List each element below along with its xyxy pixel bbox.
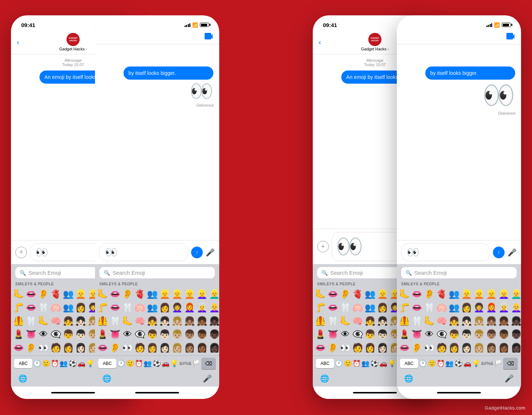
emoji-cell[interactable]: 👩 [75, 301, 87, 315]
emoji-cell[interactable]: 👄 [327, 288, 339, 301]
emoji-cell[interactable]: 🦷 [339, 301, 352, 315]
kb-flag-icon-4[interactable]: 🏳️ [494, 359, 502, 368]
emoji-cell[interactable]: 👩🏻 [376, 341, 389, 355]
kb-globe-icon-2[interactable]: 🌐 [102, 374, 111, 383]
emoji-cell[interactable]: 👁 [121, 328, 134, 341]
emoji-cell[interactable]: 👩‍🦱 [171, 301, 183, 315]
kb-globe-icon-3[interactable]: 🌐 [320, 374, 329, 383]
emoji-cell[interactable]: 🦺 [96, 315, 109, 328]
kb-soccer-icon-1[interactable]: ⚽ [69, 359, 77, 368]
emoji-cell[interactable]: 👁️‍🗨️ [134, 328, 146, 341]
kb-abc-key-4[interactable]: ABC [400, 359, 418, 368]
emoji-cell[interactable]: 🫀 [134, 288, 146, 301]
send-button-2[interactable]: ↑ [191, 247, 203, 258]
emoji-cell[interactable]: 👧🏻 [376, 315, 389, 328]
emoji-cell[interactable]: 👱‍♂️ [510, 288, 521, 301]
kb-car-icon-4[interactable]: 🚗 [463, 359, 471, 368]
emoji-cell[interactable]: 🫀 [50, 288, 62, 301]
emoji-cell[interactable]: 👦🏻 [159, 328, 171, 341]
emoji-cell[interactable]: 👦🏾 [196, 328, 208, 341]
emoji-cell[interactable]: 💄 [12, 328, 25, 341]
kb-people-icon-3[interactable]: 👥 [361, 359, 369, 368]
kb-alarm-icon-1[interactable]: ⏰ [51, 359, 59, 368]
emoji-cell[interactable]: 🦶 [12, 288, 25, 301]
emoji-cell[interactable]: 👂 [109, 341, 121, 355]
kb-smile-icon-3[interactable]: 🙂 [344, 359, 352, 368]
emoji-cell[interactable]: 🧑 [436, 341, 448, 355]
emoji-cell[interactable]: 👱 [75, 288, 87, 301]
kb-alarm-icon-2[interactable]: ⏰ [135, 359, 143, 368]
emoji-cell[interactable]: 👥 [62, 301, 75, 315]
emoji-cell[interactable]: 👧 [448, 315, 460, 328]
emoji-cell[interactable]: 👧 [146, 315, 159, 328]
emoji-cell[interactable]: 👁️‍🗨️ [352, 328, 364, 341]
emoji-cell[interactable]: 👁 [339, 328, 352, 341]
emoji-cell[interactable]: 👦🏼 [171, 328, 183, 341]
emoji-cell[interactable]: 🫀 [436, 288, 448, 301]
kb-bulb-icon-1[interactable]: 💡 [86, 359, 94, 368]
emoji-cell[interactable]: 👩 [448, 341, 460, 355]
kb-symbols-icon-4[interactable]: &#%& [481, 361, 493, 366]
emoji-cell[interactable]: 👄 [96, 341, 109, 355]
back-button-1[interactable]: ‹ [17, 38, 31, 46]
emoji-cell[interactable]: 💄 [398, 328, 411, 341]
emoji-cell[interactable]: 👩‍🦲 [510, 301, 521, 315]
emoji-cell[interactable]: 👥 [448, 288, 460, 301]
kb-bulb-icon-3[interactable]: 💡 [388, 359, 396, 368]
emoji-cell[interactable]: 👧🏼 [171, 315, 183, 328]
emoji-cell[interactable]: 👂 [37, 288, 50, 301]
emoji-cell[interactable]: 👦🏽 [485, 328, 498, 341]
emoji-cell[interactable]: 🧠 [352, 315, 364, 328]
emoji-cell[interactable]: 👦🏻 [460, 328, 473, 341]
kb-bulb-icon-2[interactable]: 💡 [170, 359, 178, 368]
emoji-cell[interactable]: 👱‍♂️ [208, 288, 219, 301]
emoji-cell[interactable]: 🦶 [423, 315, 436, 328]
emoji-cell[interactable]: 🧠 [436, 315, 448, 328]
emoji-cell[interactable]: 👄 [398, 341, 411, 355]
emoji-cell[interactable]: 🦺 [12, 315, 25, 328]
plus-button-1[interactable]: + [15, 247, 27, 258]
emoji-cell[interactable]: 👩 [364, 341, 376, 355]
emoji-cell[interactable]: 🦷 [423, 301, 436, 315]
emoji-cell[interactable]: 👁️‍🗨️ [436, 328, 448, 341]
kb-alarm-icon-3[interactable]: ⏰ [353, 359, 361, 368]
emoji-cell[interactable]: 👩🏻 [75, 341, 87, 355]
emoji-cell[interactable]: 👩‍🦳 [196, 301, 208, 315]
emoji-cell[interactable]: 👧🏻 [159, 315, 171, 328]
emoji-cell[interactable]: 👅 [25, 328, 37, 341]
emoji-cell[interactable]: 👩 [62, 341, 75, 355]
emoji-cell[interactable]: 👦🏿 [510, 328, 521, 341]
emoji-cell[interactable]: 👩 [146, 341, 159, 355]
emoji-cell[interactable]: 👥 [62, 288, 75, 301]
kb-people-icon-4[interactable]: 👥 [445, 359, 453, 368]
video-button-2[interactable] [199, 33, 213, 41]
emoji-cell[interactable]: 👱 [473, 288, 485, 301]
emoji-cell[interactable]: 🦷 [109, 315, 121, 328]
emoji-cell[interactable]: 🫁 [352, 301, 364, 315]
emoji-cell[interactable]: 🧠 [134, 315, 146, 328]
emoji-cell[interactable]: 👂 [327, 341, 339, 355]
emoji-cell[interactable]: 👧🏿 [208, 315, 219, 328]
kb-flag-icon-2[interactable]: 🏳️ [192, 359, 200, 368]
emoji-cell[interactable]: 🧑 [352, 341, 364, 355]
emoji-cell[interactable]: 👥 [146, 288, 159, 301]
emoji-cell[interactable]: 👂 [25, 341, 37, 355]
kb-clock-icon-4[interactable]: 🕐 [419, 359, 427, 368]
emoji-cell[interactable]: 👦 [448, 328, 460, 341]
emoji-cell[interactable]: 👩🏾 [196, 341, 208, 355]
emoji-cell[interactable]: 👩🏾 [498, 341, 510, 355]
kb-smile-icon-1[interactable]: 🙂 [42, 359, 50, 368]
emoji-cell[interactable]: 🫀 [352, 288, 364, 301]
emoji-cell[interactable]: 👀 [37, 341, 50, 355]
kb-people-icon-1[interactable]: 👥 [60, 359, 68, 368]
emoji-cell[interactable]: 👩‍🦳 [498, 301, 510, 315]
emoji-cell[interactable]: 👩‍🦲 [208, 301, 219, 315]
message-input-2[interactable]: 👀 [99, 243, 188, 261]
emoji-cell[interactable]: 🫁 [50, 301, 62, 315]
emoji-cell[interactable]: 👩🏿 [510, 341, 521, 355]
kb-mic-icon-4[interactable]: 🎤 [505, 374, 514, 383]
emoji-cell[interactable]: 👱 [171, 288, 183, 301]
kb-delete-key-2[interactable]: ⌫ [201, 358, 216, 369]
emoji-cell[interactable]: 👦 [364, 328, 376, 341]
emoji-cell[interactable]: 👄 [25, 301, 37, 315]
